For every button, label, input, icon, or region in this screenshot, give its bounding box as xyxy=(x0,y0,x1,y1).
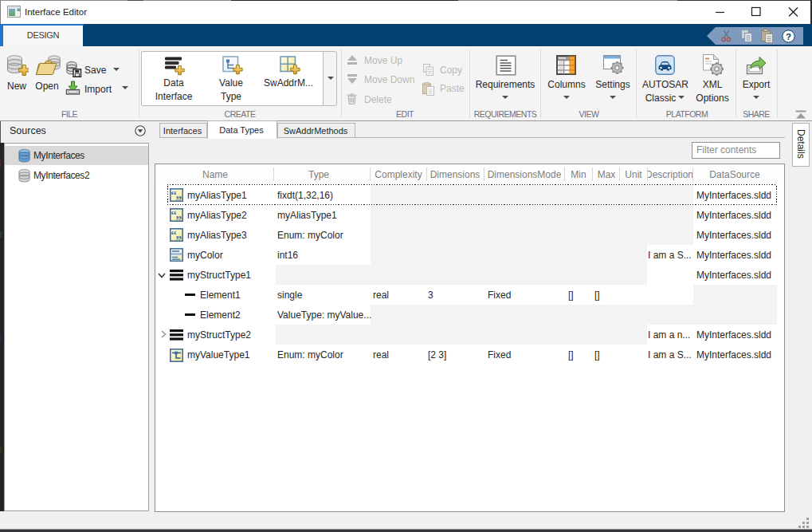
svg-text:?: ? xyxy=(786,32,791,41)
svg-text:”: ” xyxy=(175,234,182,242)
svg-text:”: ” xyxy=(175,214,182,222)
svg-text:”: ” xyxy=(175,194,182,202)
